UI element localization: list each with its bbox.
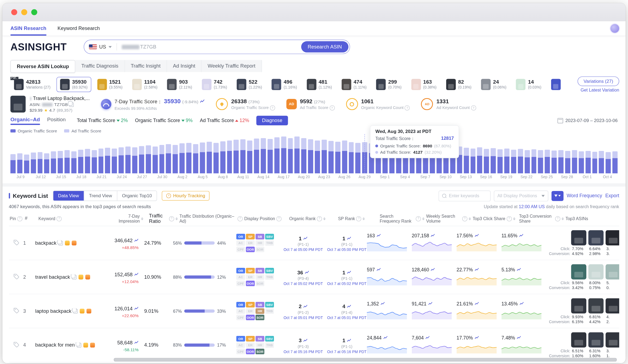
- copy-icon[interactable]: [72, 275, 76, 279]
- col-header-keyword[interactable]: Keyword: [38, 216, 109, 221]
- col-header-sp-rank[interactable]: SP Rank: [338, 216, 380, 221]
- get-latest-variation-link[interactable]: Get Latest Variation: [581, 88, 619, 93]
- country-select[interactable]: US: [89, 44, 112, 50]
- asin-input[interactable]: TZ7GB: [122, 44, 301, 50]
- col-header-traffic-ratio[interactable]: Traffic Ratio: [149, 213, 180, 224]
- asin-thumbnail[interactable]: [588, 332, 604, 348]
- feature-tab-traffic-diagnosis[interactable]: Traffic Diagnosis: [75, 60, 125, 72]
- feature-tab-ad-insight[interactable]: Ad Insight: [167, 60, 202, 72]
- info-icon[interactable]: [270, 105, 275, 110]
- date-range-picker[interactable]: 2023-07-09 – 2023-10-06: [557, 118, 618, 123]
- col-header-[interactable]: #: [25, 216, 38, 221]
- info-icon[interactable]: [17, 216, 22, 221]
- traffic-bar-chart[interactable]: Wed, Aug 30, 2023 at PDT Total Traffic S…: [10, 136, 618, 173]
- variation-card-8[interactable]: 481(1.12%): [303, 77, 336, 92]
- hourly-tracking-button[interactable]: Hourly Tracking: [162, 191, 210, 201]
- keyword-search-input[interactable]: [448, 193, 487, 199]
- pin-tag-button[interactable]: [13, 307, 19, 315]
- variation-card-9[interactable]: 474(1.11%): [338, 77, 370, 92]
- variation-card-11[interactable]: 163(0.38%): [407, 77, 440, 92]
- view-button-organic-top10[interactable]: Organic Top10: [117, 191, 157, 201]
- info-icon[interactable]: [317, 216, 322, 221]
- trend-icon[interactable]: [376, 233, 381, 239]
- copy-icon[interactable]: [70, 102, 74, 107]
- asin-thumbnail[interactable]: [606, 264, 619, 280]
- info-icon[interactable]: [462, 216, 467, 221]
- variation-card-2[interactable]: 1521(3.55%): [93, 77, 126, 92]
- pin-tag-button[interactable]: [13, 341, 19, 349]
- trend-icon[interactable]: [347, 303, 351, 309]
- keyword-link[interactable]: backpack: [35, 240, 104, 246]
- trend-icon[interactable]: [475, 267, 479, 273]
- sort-icon[interactable]: [363, 217, 365, 220]
- copy-icon[interactable]: [77, 343, 81, 347]
- col-header-display-position[interactable]: Display Position: [244, 216, 289, 221]
- keyword-link[interactable]: backpack for men: [35, 342, 104, 348]
- tab-organic-ad[interactable]: Organic–Ad: [10, 116, 40, 125]
- asin-thumbnail[interactable]: [571, 230, 586, 245]
- product-title[interactable]: Travel Laptop Backpack,...: [30, 96, 90, 101]
- trend-icon[interactable]: [134, 306, 138, 311]
- trend-icon[interactable]: [134, 340, 138, 345]
- trend-icon[interactable]: [134, 238, 138, 243]
- trend-icon[interactable]: [517, 267, 521, 273]
- tab-position[interactable]: Position: [47, 116, 66, 125]
- variation-card-3[interactable]: 1104(2.58%): [129, 77, 161, 92]
- trend-icon[interactable]: [347, 269, 351, 275]
- asin-thumbnail[interactable]: [606, 298, 619, 314]
- feature-tab-traffic-insight[interactable]: Traffic Insight: [125, 60, 167, 72]
- info-icon[interactable]: [169, 216, 174, 221]
- trend-icon[interactable]: [431, 233, 435, 239]
- variation-card-14[interactable]: 14(0.03%): [512, 77, 545, 92]
- col-header-organic-rank[interactable]: Organic Rank: [289, 216, 338, 221]
- variation-card-7[interactable]: 496(1.16%): [268, 77, 300, 92]
- variation-card-6[interactable]: 522(1.22%): [233, 77, 265, 92]
- col-header-top3-click-share[interactable]: Top3 Click Share: [473, 216, 519, 221]
- keyword-link[interactable]: laptop backpack: [35, 308, 104, 314]
- trend-icon[interactable]: [303, 337, 307, 343]
- trend-icon[interactable]: [200, 99, 205, 103]
- sort-icon[interactable]: [513, 217, 515, 220]
- col-header-traffic-distribution-organic-ad[interactable]: Traffic Distribution (Organic–Ad): [179, 214, 244, 223]
- trend-icon[interactable]: [428, 301, 432, 307]
- trend-icon[interactable]: [305, 269, 309, 275]
- trend-icon[interactable]: [517, 335, 521, 341]
- trend-icon[interactable]: [383, 335, 388, 341]
- variation-card-1[interactable]: 35930(83.92%): [56, 77, 91, 92]
- trend-icon[interactable]: [519, 233, 523, 239]
- trend-icon[interactable]: [303, 235, 307, 241]
- zoom-window-button[interactable]: [31, 9, 37, 15]
- info-icon[interactable]: [237, 216, 243, 221]
- close-window-button[interactable]: [11, 9, 17, 15]
- tab-keyword-research[interactable]: Keyword Research: [58, 21, 100, 36]
- trend-icon[interactable]: [519, 301, 524, 307]
- asin-thumbnail[interactable]: [571, 332, 586, 348]
- copy-icon[interactable]: [73, 309, 78, 313]
- asin-thumbnail[interactable]: [571, 264, 586, 280]
- trend-icon[interactable]: [381, 301, 385, 307]
- variation-card-10[interactable]: 299(0.70%): [373, 77, 405, 92]
- word-frequency-link[interactable]: Word Frequency: [567, 193, 602, 199]
- info-icon[interactable]: [56, 216, 62, 221]
- variation-card-5[interactable]: 742(1.73%): [198, 77, 231, 92]
- tab-asin-research[interactable]: ASIN Research: [10, 21, 46, 36]
- asin-thumbnail[interactable]: [588, 264, 604, 280]
- trend-icon[interactable]: [425, 335, 430, 341]
- filter-apply-button[interactable]: [551, 191, 563, 201]
- sort-icon[interactable]: [469, 217, 471, 220]
- asin-thumbnail[interactable]: [606, 332, 619, 348]
- trend-icon[interactable]: [475, 335, 479, 341]
- col-header-top3-asins[interactable]: Top3 ASINs: [566, 216, 619, 221]
- display-position-select[interactable]: All Display Positions: [494, 190, 548, 201]
- trend-icon[interactable]: [303, 303, 307, 309]
- variation-card-12[interactable]: 82(0.19%): [443, 77, 475, 92]
- pin-tag-button[interactable]: [13, 239, 19, 247]
- variation-card-4[interactable]: 903(2.11%): [164, 77, 196, 92]
- feature-tab-reverse-asin-lookup[interactable]: Reverse ASIN Lookup: [10, 60, 75, 73]
- info-icon[interactable]: [471, 105, 476, 110]
- col-header-pin[interactable]: Pin: [9, 216, 25, 221]
- trend-icon[interactable]: [347, 337, 351, 343]
- info-icon[interactable]: [416, 216, 421, 221]
- trend-icon[interactable]: [475, 233, 479, 239]
- sort-icon[interactable]: [176, 217, 178, 220]
